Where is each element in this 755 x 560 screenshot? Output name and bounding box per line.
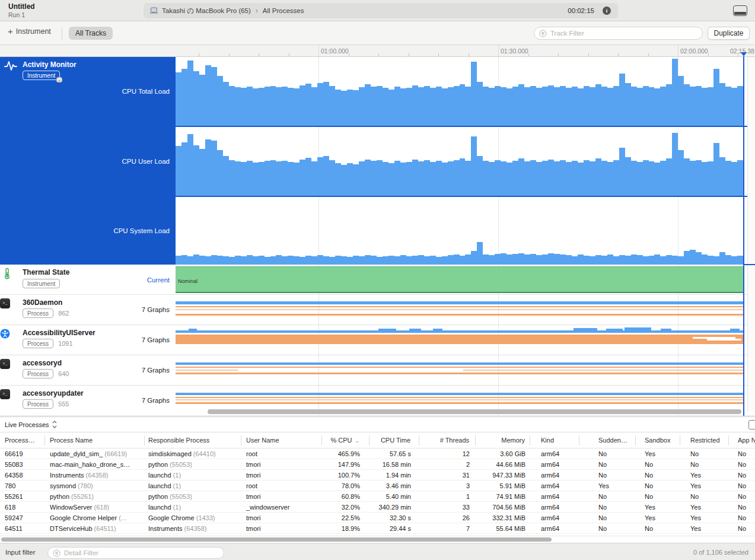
column-header-restricted[interactable]: Restricted [680, 435, 729, 446]
process-row[interactable]: 780sysmond (780)launchd (1)root78.0%3.46… [0, 481, 755, 491]
track-row-thermal-state[interactable]: Thermal State Instrument Current Nominal [0, 265, 755, 295]
track-row-accessibilityuiserver[interactable]: AccessibilityUIServer Process 1091 7 Gra… [0, 325, 755, 355]
track-title: AccessibilityUIServer [23, 329, 95, 337]
process-row[interactable]: 59247Google Chrome Helper (…Google Chrom… [0, 513, 755, 523]
cell-time: 5.40 min [369, 491, 419, 502]
title-bar: Untitled Run 1 Takashi の MacBook Pro (65… [0, 0, 755, 21]
detail-horizontal-scrollbar[interactable] [0, 536, 755, 543]
column-header-sudden[interactable]: Sudden… [579, 435, 636, 446]
ruler-minor-tick [438, 53, 439, 56]
cell-mem: 704.56 MiB [476, 502, 530, 513]
cell-restricted: No [680, 491, 729, 502]
thermal-state-band: Nominal [176, 266, 743, 293]
cell-resp: launchd (1) [145, 502, 241, 513]
instrument-badge[interactable]: Instrument [23, 279, 60, 288]
activity-charts[interactable] [176, 57, 755, 265]
process-row[interactable]: 66619update_dyld_sim_ (66619)simdiskimag… [0, 448, 755, 459]
cell-sudden: No [579, 470, 636, 481]
tracks-horizontal-scrollbar[interactable] [208, 409, 741, 414]
column-header-sandbox[interactable]: Sandbox [636, 435, 680, 446]
cell-time: 32.30 s [369, 513, 419, 523]
thermal-current-label[interactable]: Current [147, 276, 170, 284]
cpu-user-load-chart[interactable] [176, 127, 747, 196]
process-row[interactable]: 64358Instruments (64358)launchd (1)tmori… [0, 470, 755, 481]
ruler-minor-tick [289, 53, 289, 56]
cell-mem: 3.60 GiB [476, 448, 530, 459]
cell-user: _windowserver [241, 502, 322, 513]
lane-label-cpu-user: CPU User Load [122, 158, 170, 165]
column-header-kind[interactable]: Kind [530, 435, 579, 446]
chevron-down-icon[interactable]: ⌄ [56, 77, 62, 82]
track-header-accessibilityuiserver[interactable]: AccessibilityUIServer Process 1091 7 Gra… [0, 325, 176, 355]
track-title: 360Daemon [23, 298, 62, 307]
target-breadcrumb[interactable]: Takashi の MacBook Pro (65) › All Process… [149, 7, 304, 15]
cell-sudden: Yes [579, 481, 636, 491]
cell-sudden: No [579, 491, 636, 502]
ruler-minor-tick [259, 53, 259, 56]
accessibility-icon [0, 329, 10, 339]
cell-cpu: 18.9% [322, 523, 369, 534]
cell-cpu: 22.5% [322, 513, 369, 523]
column-header-mem[interactable]: Memory [476, 435, 530, 446]
timeline-ruler[interactable]: 01:00.00001:30.00002:00.00002:15.38 [0, 45, 755, 57]
duplicate-button[interactable]: Duplicate [708, 27, 750, 40]
process-row[interactable]: 64511DTServiceHub (64511)Instruments (64… [0, 523, 755, 534]
cpu-system-load-chart[interactable] [176, 197, 747, 265]
cell-pid: 59247 [0, 513, 45, 523]
column-header-app[interactable]: App Name [729, 435, 755, 446]
add-instrument-button[interactable]: + Instrument [8, 27, 51, 36]
track-header-accessoryupdater[interactable]: >_ accessoryupdater Process 555 7 Graphs [0, 386, 176, 415]
inspector-toggle-icon[interactable] [748, 420, 755, 429]
target-process-label[interactable]: All Processes [263, 7, 304, 14]
cpu-total-load-chart[interactable] [176, 57, 747, 126]
process-row[interactable]: 55261python (55261)python (55053)tmori60… [0, 491, 755, 502]
column-header-user[interactable]: User Name [241, 435, 322, 446]
info-icon[interactable]: i [603, 7, 611, 15]
process-mini-graphs[interactable] [176, 295, 755, 324]
process-row[interactable]: 618WindowServer (618)launchd (1)_windows… [0, 502, 755, 513]
cell-app: No [729, 513, 755, 523]
badge-row: Instrument [23, 279, 60, 288]
ruler-major-tick [678, 45, 678, 56]
track-header-360daemon[interactable]: >_ 360Daemon Process 862 7 Graphs [0, 295, 176, 324]
thermal-state-chart[interactable]: Nominal [176, 265, 755, 294]
cell-resp: python (55053) [145, 459, 241, 470]
track-title: Activity Monitor [23, 61, 77, 69]
add-instrument-label: Instrument [16, 27, 51, 36]
lane-label-cpu-total: CPU Total Load [122, 88, 170, 95]
process-row[interactable]: 55083mac-main_hako_drone_s…python (55053… [0, 459, 755, 470]
track-header-thermal-state[interactable]: Thermal State Instrument Current [0, 265, 176, 294]
track-row-activity-monitor[interactable]: Activity Monitor Instrument⌄ CPU Total L… [0, 57, 755, 265]
cell-user: root [241, 481, 322, 491]
ruler-minor-tick [378, 53, 379, 56]
cell-pid: 618 [0, 502, 45, 513]
cell-name: Google Chrome Helper (… [45, 513, 145, 523]
column-header-pid[interactable]: Process… [0, 435, 45, 446]
track-filter-input[interactable]: Track Filter [534, 27, 703, 40]
scrollbar-thumb[interactable] [1, 537, 552, 542]
playhead-marker[interactable] [741, 52, 747, 56]
all-tracks-segment[interactable]: All Tracks [69, 27, 113, 40]
track-row-accessoryd[interactable]: >_ accessoryd Process 640 7 Graphs [0, 355, 755, 386]
column-header-name[interactable]: Process Name [45, 435, 145, 446]
target-device-label[interactable]: Takashi の MacBook Pro (65) [162, 7, 251, 15]
column-header-cpu[interactable]: % CPU⌄ [322, 435, 369, 446]
cell-kind: arm64 [530, 481, 579, 491]
playhead-line[interactable] [743, 56, 744, 416]
cell-cpu: 147.9% [322, 459, 369, 470]
track-header-accessoryd[interactable]: >_ accessoryd Process 640 7 Graphs [0, 355, 176, 385]
column-header-resp[interactable]: Responsible Process [145, 435, 241, 446]
live-processes-selector[interactable]: Live Processes [5, 421, 57, 428]
run-label[interactable]: Run 1 [8, 11, 35, 19]
bottom-panel-layout-icon[interactable] [733, 5, 747, 16]
column-header-time[interactable]: CPU Time [369, 435, 419, 446]
process-mini-graphs[interactable] [176, 325, 755, 355]
track-header-activity-monitor[interactable]: Activity Monitor Instrument⌄ CPU Total L… [0, 57, 176, 265]
cell-resp: python (55053) [145, 491, 241, 502]
column-header-threads[interactable]: # Threads [419, 435, 476, 446]
cell-sandbox: Yes [636, 502, 680, 513]
process-mini-graphs[interactable] [176, 355, 755, 385]
instrument-badge[interactable]: Instrument⌄ [23, 71, 60, 80]
detail-filter-input[interactable]: Detail Filter [47, 547, 224, 559]
track-row-360daemon[interactable]: >_ 360Daemon Process 862 7 Graphs [0, 295, 755, 325]
